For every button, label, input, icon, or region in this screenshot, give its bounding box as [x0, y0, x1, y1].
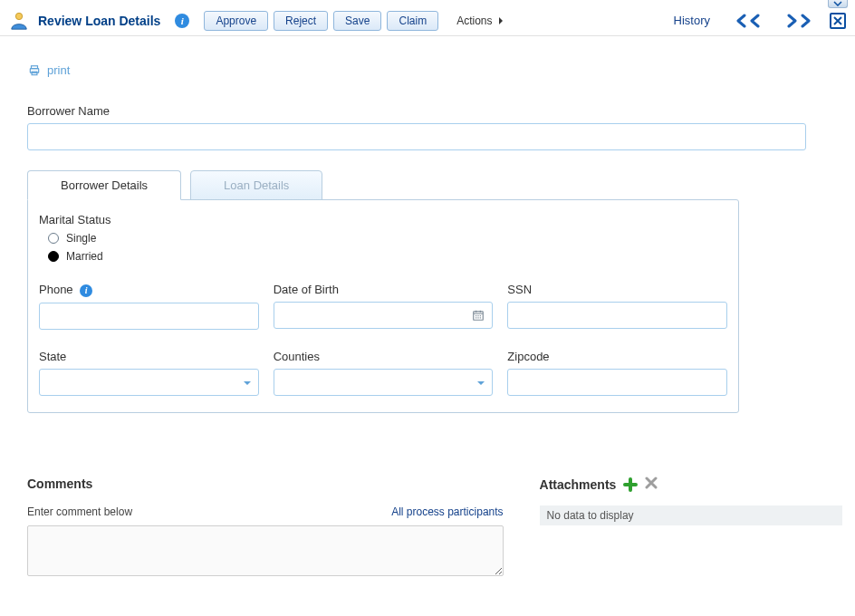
attachments-title: Attachments	[540, 477, 617, 492]
attachments-empty: No data to display	[540, 505, 842, 525]
remove-attachment-button[interactable]	[645, 476, 658, 493]
next-double-icon	[795, 11, 815, 31]
marital-status-label: Marital Status	[39, 213, 727, 226]
approve-button[interactable]: Approve	[204, 11, 268, 31]
zipcode-label: Zipcode	[507, 350, 727, 363]
toolbar: Review Loan Details i Approve Reject Sav…	[0, 0, 855, 36]
ssn-label: SSN	[507, 283, 727, 296]
radio-married[interactable]: Married	[48, 250, 727, 263]
tab-panel-borrower: Marital Status Single Married Phone i	[27, 199, 739, 413]
info-icon[interactable]: i	[175, 14, 189, 28]
dob-input[interactable]	[274, 302, 494, 329]
print-label: print	[47, 63, 70, 77]
collapse-handle[interactable]	[828, 0, 848, 8]
borrower-name-label: Borrower Name	[27, 104, 806, 118]
info-icon[interactable]: i	[80, 284, 92, 297]
claim-button[interactable]: Claim	[387, 11, 438, 31]
radio-icon	[48, 251, 59, 262]
actions-label: Actions	[456, 14, 492, 27]
phone-label: Phone i	[39, 283, 259, 297]
print-link[interactable]: print	[27, 63, 70, 77]
chevron-down-icon[interactable]	[476, 376, 485, 389]
state-label: State	[39, 350, 259, 363]
borrower-name-input[interactable]	[27, 123, 806, 150]
history-link[interactable]: History	[674, 14, 710, 27]
tab-loan-details[interactable]: Loan Details	[190, 170, 322, 200]
content-area: print Borrower Name Borrower Details Loa…	[0, 36, 855, 588]
radio-single-label: Single	[66, 232, 96, 245]
state-select[interactable]	[39, 369, 259, 396]
reject-button[interactable]: Reject	[274, 11, 328, 31]
calendar-icon[interactable]	[471, 308, 485, 322]
comment-textarea[interactable]	[27, 525, 504, 576]
add-attachment-button[interactable]	[623, 477, 638, 492]
comments-title: Comments	[27, 476, 504, 491]
tab-borrower-details[interactable]: Borrower Details	[27, 170, 181, 200]
print-icon	[27, 64, 42, 77]
radio-icon	[48, 233, 59, 244]
save-button[interactable]: Save	[333, 11, 381, 31]
radio-married-label: Married	[66, 250, 103, 263]
chevron-right-icon	[498, 16, 504, 25]
phone-input[interactable]	[39, 303, 259, 330]
tab-strip: Borrower Details Loan Details	[27, 170, 739, 200]
actions-menu[interactable]: Actions	[456, 14, 503, 27]
user-icon	[9, 11, 29, 31]
zipcode-input[interactable]	[507, 369, 727, 396]
prev-double-icon	[743, 11, 763, 31]
counties-label: Counties	[274, 350, 494, 363]
radio-single[interactable]: Single	[48, 232, 727, 245]
svg-point-0	[15, 13, 22, 19]
close-button[interactable]	[830, 13, 846, 29]
counties-select[interactable]	[274, 369, 494, 396]
ssn-input[interactable]	[507, 302, 727, 329]
page-title: Review Loan Details	[38, 14, 160, 28]
participants-link[interactable]: All process participants	[391, 505, 503, 518]
comments-enter-label: Enter comment below	[27, 505, 132, 518]
dob-label: Date of Birth	[274, 283, 494, 296]
chevron-down-icon[interactable]	[243, 376, 252, 389]
